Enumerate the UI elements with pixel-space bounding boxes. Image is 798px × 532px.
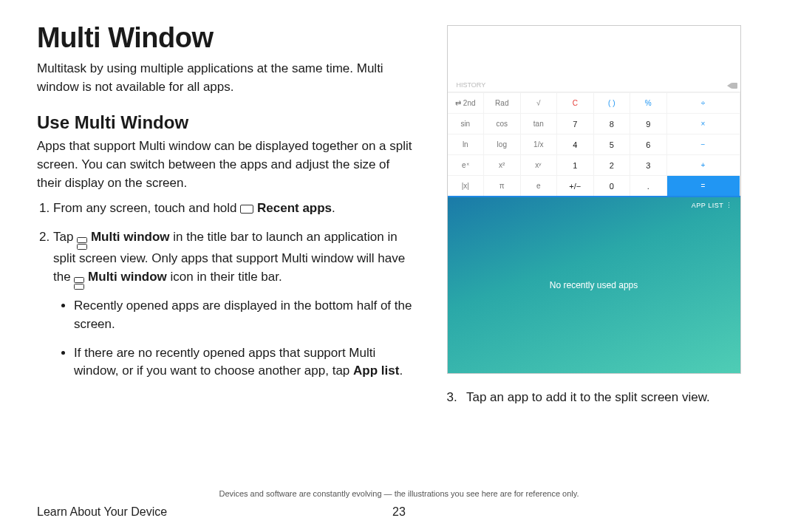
calc-key: xʸ [521,154,558,175]
calc-key: cos [484,113,521,134]
section-heading: Use Multi Window [37,112,417,133]
calc-key: 3 [630,154,667,175]
calc-key: 0 [594,175,631,196]
calc-key: eˣ [448,154,485,175]
calc-key: × [667,113,740,134]
calc-key: sin [448,113,485,134]
step-3: 3. Tap an app to add it to the split scr… [447,389,761,407]
calc-key: ÷ [667,92,740,113]
calc-key: 8 [594,113,631,134]
calc-key: 6 [630,134,667,154]
recents-pane: APP LIST ⋮ No recently used apps [448,197,740,373]
bullet-2-post: . [399,364,403,378]
bullet-2-pre: If there are no recently opened apps tha… [74,346,375,378]
bullet-1: Recently opened apps are displayed in th… [74,297,417,333]
history-label: HISTORY [457,81,486,89]
footer-section-title: Learn About Your Device [37,505,167,519]
step-3-number: 3. [447,389,463,407]
backspace-icon [727,83,732,89]
app-list-label: APP LIST ⋮ [692,202,733,209]
device-screenshot: HISTORY ⇄ 2nd Rad √ C ( ) % ÷ sin cos ta… [447,25,741,374]
bullet-2: If there are no recently opened apps tha… [74,344,417,381]
calc-key: 4 [557,134,594,154]
calc-key: + [667,154,740,175]
calc-key: 5 [594,134,631,154]
calc-key: % [630,92,667,113]
calc-key: 1 [557,154,594,175]
step-2-bold2: Multi window [88,270,167,284]
calc-key: Rad [484,92,521,113]
step-1-text-pre: From any screen, touch and hold [53,201,240,215]
step-3-text: Tap an app to add it to the split screen… [466,390,710,404]
step-2: Tap Multi window in the title bar to lau… [53,228,417,381]
step-2-bold1: Multi window [91,230,170,244]
intro-paragraph: Multitask by using multiple applications… [37,60,417,96]
calc-key: ⇄ 2nd [448,92,485,113]
recent-apps-icon [240,205,253,214]
calc-key: x² [484,154,521,175]
calc-key: ( ) [594,92,631,113]
page-title: Multi Window [37,22,417,54]
calc-key: ln [448,134,485,154]
bullet-2-bold: App list [353,364,399,378]
calc-key: √ [521,92,558,113]
calc-key: 9 [630,113,667,134]
page-number: 23 [392,505,406,519]
calc-key-equals: = [667,175,740,196]
calc-key: +/− [557,175,594,196]
multi-window-icon [77,237,87,250]
calc-key: e [521,175,558,196]
step-1-bold: Recent apps [257,201,332,215]
calc-key: 2 [594,154,631,175]
calc-key: . [630,175,667,196]
calculator-pane: HISTORY ⇄ 2nd Rad √ C ( ) % ÷ sin cos ta… [448,26,740,196]
step-1: From any screen, touch and hold Recent a… [53,200,417,218]
calculator-grid: ⇄ 2nd Rad √ C ( ) % ÷ sin cos tan 7 8 9 … [448,92,740,196]
calc-key: 1/x [521,134,558,154]
section-intro: Apps that support Multi window can be di… [37,137,417,192]
calc-key: tan [521,113,558,134]
step-1-post: . [332,201,335,215]
multi-window-icon [74,277,84,290]
step-2-pre: Tap [53,230,77,244]
calc-key: π [484,175,521,196]
calc-key: log [484,134,521,154]
no-recent-apps-text: No recently used apps [550,280,638,290]
calc-key: |x| [448,175,485,196]
calc-key: − [667,134,740,154]
disclaimer: Devices and software are constantly evol… [0,489,798,498]
step-2-post: icon in their title bar. [167,270,282,284]
calc-key: 7 [557,113,594,134]
calc-key-clear: C [557,92,594,113]
